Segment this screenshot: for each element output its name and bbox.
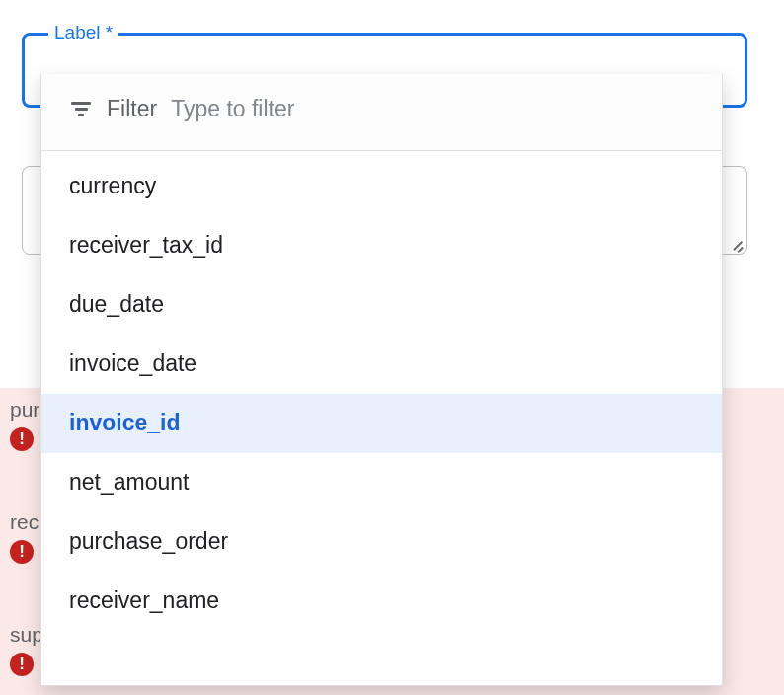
dropdown-option[interactable]: currency [41,157,722,216]
dropdown-option[interactable]: invoice_date [41,335,722,394]
dropdown-options-list: currencyreceiver_tax_iddue_dateinvoice_d… [41,151,722,631]
validation-error-label: sup [10,623,43,647]
validation-error-item: sup! [10,623,43,676]
error-icon: ! [10,540,34,564]
filter-icon [69,100,93,119]
dropdown-option[interactable]: net_amount [41,453,722,512]
dropdown-option[interactable]: invoice_id [41,394,722,453]
validation-error-item: rec! [10,510,39,564]
label-field-legend: Label * [48,22,118,43]
dropdown-option[interactable]: due_date [41,275,722,335]
filter-label: Filter [107,96,157,122]
error-icon: ! [10,427,34,451]
dropdown-filter-bar: Filter [41,74,722,151]
validation-error-item: pur! [10,398,39,451]
dropdown-option[interactable]: receiver_name [41,572,722,631]
validation-error-label: pur [10,398,39,422]
label-dropdown-panel: Filter currencyreceiver_tax_iddue_datein… [40,74,723,686]
filter-input[interactable] [171,96,694,122]
resize-handle-icon[interactable] [729,236,743,250]
dropdown-option[interactable]: receiver_tax_id [41,216,722,275]
dropdown-option[interactable]: purchase_order [41,512,722,572]
error-icon: ! [10,653,34,676]
validation-error-label: rec [10,510,39,534]
